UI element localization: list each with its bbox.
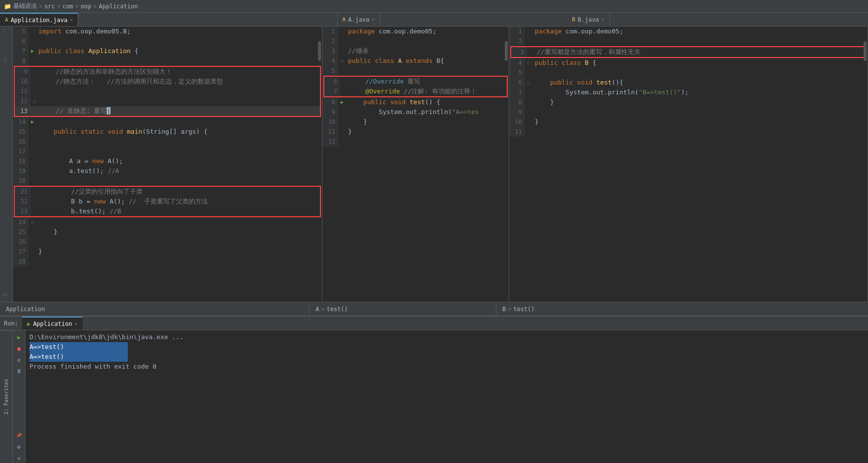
- editor-application-content[interactable]: 5 import com.oop.demo05.B; 6 7 ▶ pu: [13, 27, 322, 302]
- breadcrumb-item-1[interactable]: 基础语法: [13, 2, 37, 10]
- breadcrumb-a-1: A: [316, 306, 319, 313]
- tab-right-spacer: [610, 13, 868, 26]
- run-tab-spacer: [83, 317, 868, 330]
- breadcrumb-item-4[interactable]: oop: [81, 3, 91, 10]
- sidebar-btn-bottom[interactable]: >>: [0, 290, 10, 300]
- a-code-line-4: 4 ○ public class A extends B{: [322, 56, 509, 66]
- run-btn-pause[interactable]: ⏸: [14, 366, 24, 376]
- breadcrumb-item-3[interactable]: com: [62, 3, 73, 10]
- status-b: B > test(): [496, 302, 868, 316]
- sidebar-btn-1[interactable]: 1: [0, 27, 10, 36]
- editor-b: 1 package com.oop.demo05; 2 3: [509, 27, 868, 302]
- breadcrumb-folder-icon: 📁: [4, 3, 11, 10]
- sidebar-btn-2[interactable]: 2: [0, 56, 10, 66]
- run-label: Run:: [0, 317, 22, 330]
- breadcrumb-item-5[interactable]: Application: [99, 3, 138, 10]
- a-code-line-8: 8 ▶ public void test() {: [322, 97, 509, 107]
- tab-b-java[interactable]: B B.java ×: [567, 13, 610, 26]
- chevron-a-1: >: [321, 306, 324, 313]
- run-btn-gear[interactable]: ⚙: [14, 442, 24, 452]
- bottom-status-bar: Application A > test() B > test(): [0, 302, 868, 316]
- breadcrumb-a: A > test(): [316, 306, 348, 313]
- red-box-highlight-2: 21 //父类的引用指向了子类 22 B b = new A(); // 子类重…: [14, 186, 321, 217]
- tab-a-close[interactable]: ×: [372, 17, 375, 22]
- run-btn-pin[interactable]: 📌: [14, 431, 24, 440]
- editor-b-content[interactable]: 1 package com.oop.demo05; 2 3: [509, 27, 868, 302]
- code-line-18: 18 A a = new A();: [13, 156, 322, 166]
- status-application-label: Application: [6, 306, 45, 313]
- red-box-b-1: 3 //重写都是方法的重写，和属性无关: [510, 46, 867, 58]
- scrollbar-thumb-a[interactable]: [505, 41, 508, 61]
- vertical-label-1: 2: Favorites: [3, 379, 9, 414]
- code-line-14: 14 ▶: [13, 117, 322, 127]
- run-btn-rerun[interactable]: ↺: [14, 355, 24, 365]
- run-btn-close-panel[interactable]: ×: [14, 453, 24, 463]
- tab-application-close[interactable]: ×: [70, 17, 73, 23]
- b-code-line-2: 2: [509, 36, 868, 46]
- run-btn-stop[interactable]: ■: [14, 344, 24, 353]
- code-line-7: 7 ▶ public class Application {: [13, 46, 322, 56]
- code-line-22: 22 B b = new A(); // 子类重写了父类的方法: [15, 197, 320, 206]
- tab-b-close[interactable]: ×: [602, 17, 605, 22]
- breadcrumb-b-2: test(): [513, 306, 534, 313]
- tab-b-java-label: B.java: [578, 16, 599, 23]
- code-line-23: 23 b.test(); //B: [15, 206, 320, 216]
- output-line-process: Process finished with exit code 0: [29, 362, 864, 372]
- run-btn-play[interactable]: ▶: [14, 332, 24, 342]
- run-tab-application[interactable]: ▶ Application ×: [22, 317, 83, 330]
- b-code-line-9: 9: [509, 107, 868, 117]
- run-panel: Run: ▶ Application × 2: Favorites ▶ ■ ↺ …: [0, 316, 868, 463]
- output-line-1: A=>test(): [29, 342, 128, 352]
- code-line-5: 5 import com.oop.demo05.B;: [13, 27, 322, 36]
- editor-a: 1 package com.oop.demo05; 2 3 //继承: [322, 27, 509, 302]
- a-java-icon: A: [343, 16, 346, 23]
- scrollbar-thumb-b[interactable]: [864, 41, 867, 61]
- breadcrumb-item-2[interactable]: src: [44, 3, 55, 10]
- b-code-line-7: 7 System.out.println("B=>test()");: [509, 87, 868, 97]
- breadcrumb-b-1: B: [502, 306, 506, 313]
- code-line-26: 26: [13, 237, 322, 247]
- output-line-cmd: D:\Environment\jdk8\jdk\bin\java.exe ...: [29, 332, 864, 342]
- a-code-line-12: 12: [322, 137, 509, 146]
- editor-tab-bar: A Application.java × A A.java × B B.java…: [0, 13, 868, 27]
- run-play-icon: ▶: [27, 320, 30, 327]
- code-line-19: 19 a.test(); //A: [13, 166, 322, 176]
- breadcrumb-b: B > test(): [502, 306, 535, 313]
- a-code-line-7: 7 @Override //注解: 有功能的注释！: [324, 87, 507, 96]
- b-code-line-8: 8 }: [509, 97, 868, 107]
- code-line-16: 16: [13, 137, 322, 146]
- breadcrumb-sep-4: >: [93, 3, 97, 10]
- b-code-line-6: 6 ○ public void test(){: [509, 78, 868, 87]
- code-line-6: 6: [13, 36, 322, 46]
- run-output[interactable]: D:\Environment\jdk8\jdk\bin\java.exe ...…: [26, 330, 868, 463]
- a-code-line-6: 6 //Override 重写: [324, 77, 507, 87]
- b-code-line-3: 3 //重写都是方法的重写，和属性无关: [511, 47, 866, 57]
- a-code-line-11: 11 }: [322, 127, 509, 137]
- red-box-highlight-1: 9 //静态的方法和非静态的方法区别很大！ 10 //静态方法： //方法的调用…: [14, 66, 321, 117]
- code-line-21: 21 //父类的引用指向了子类: [15, 187, 320, 197]
- tab-a-java[interactable]: A A.java ×: [338, 13, 380, 26]
- breadcrumb-sep-1: >: [39, 3, 42, 10]
- editor-application: 5 import com.oop.demo05.B; 6 7 ▶ pu: [13, 27, 322, 302]
- tab-spacer: [78, 13, 337, 26]
- red-box-a-1: 6 //Override 重写 7 @Override //注解: 有功能的注释…: [323, 76, 508, 97]
- editor-a-content[interactable]: 1 package com.oop.demo05; 2 3 //继承: [322, 27, 509, 302]
- code-line-8: 8: [13, 56, 322, 66]
- vertical-run-label[interactable]: 2: Favorites: [0, 330, 13, 463]
- breadcrumb-a-2: test(): [326, 306, 347, 313]
- b-java-icon: B: [572, 16, 576, 23]
- tab-application-java[interactable]: A Application.java ×: [0, 13, 78, 26]
- editors-layout: 1 2 >> 5 import com.oop.demo05.B; 6: [0, 27, 868, 302]
- run-tab-bar: Run: ▶ Application ×: [0, 317, 868, 330]
- application-java-icon: A: [5, 17, 8, 23]
- b-code-line-5: 5: [509, 68, 868, 78]
- a-code-line-5: 5: [322, 66, 509, 76]
- tab-a-spacer: [380, 13, 567, 26]
- code-line-20: 20: [13, 176, 322, 186]
- status-a: A > test(): [310, 302, 496, 316]
- run-tab-close[interactable]: ×: [75, 321, 78, 326]
- run-sidebar: ▶ ■ ↺ ⏸ 📌 ⚙ ×: [13, 330, 26, 463]
- run-tab-name: Application: [33, 320, 72, 327]
- scrollbar-thumb-main[interactable]: [318, 41, 321, 61]
- tab-application-java-label: Application.java: [11, 17, 68, 24]
